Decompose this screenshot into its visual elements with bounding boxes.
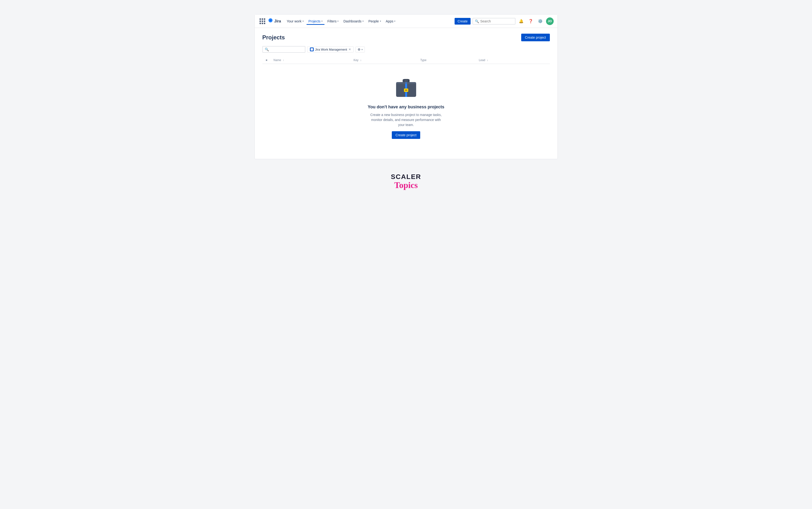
filter-settings-button[interactable]: ⚙ ▾ (356, 46, 365, 53)
nav-item-apps[interactable]: Apps ▾ (384, 18, 397, 25)
nav-item-your-work[interactable]: Your work ▾ (285, 18, 305, 25)
page-header: Projects Create project (262, 34, 550, 41)
user-avatar[interactable]: JO (546, 18, 554, 25)
settings-button[interactable]: ⚙️ (537, 18, 544, 25)
help-button[interactable]: ❓ (527, 18, 534, 25)
gear-icon: ⚙ (358, 48, 360, 51)
filter-tag-label: Jira Work Management (315, 48, 347, 51)
scaler-brand-subtitle: Topics (394, 180, 418, 191)
filters-row: 🔍 Jira Work Management ✕ ⚙ ▾ (262, 46, 550, 53)
briefcase-illustration (394, 78, 418, 100)
sort-icon-lead: ↕ (487, 59, 488, 62)
filter-tag-jira-work-management[interactable]: Jira Work Management ✕ (307, 46, 354, 53)
svg-rect-6 (396, 82, 416, 84)
filter-tag-remove-icon[interactable]: ✕ (349, 48, 351, 51)
svg-rect-5 (405, 90, 407, 91)
th-lead[interactable]: Lead ↕ (476, 57, 550, 64)
empty-state-description: Create a new business project to manage … (368, 112, 444, 128)
projects-table: ★ Name ↑ Key ↕ Type Lead ↕ (262, 57, 550, 64)
scaler-footer: SCALER Topics (391, 173, 421, 191)
search-input[interactable] (480, 19, 513, 23)
nav-item-wrapper-your-work: Your work ▾ (285, 18, 305, 25)
filter-tag-icon-inner (311, 48, 313, 50)
chevron-down-icon: ▾ (361, 48, 363, 51)
page-title: Projects (262, 34, 285, 41)
nav-item-wrapper-filters: Filters ▾ (325, 18, 340, 25)
table-header: ★ Name ↑ Key ↕ Type Lead ↕ (262, 57, 550, 64)
nav-item-filters[interactable]: Filters ▾ (325, 18, 340, 25)
nav-item-wrapper-people: People ▾ (366, 18, 383, 25)
nav-items: Your work ▾ Projects ▾ Filters ▾ Dashboa… (285, 18, 453, 25)
th-type: Type (417, 57, 476, 64)
empty-state-title: You don't have any business projects (368, 104, 444, 109)
filter-tag-icon (310, 47, 314, 51)
jira-logo[interactable]: Jira (268, 18, 281, 24)
jira-logo-text: Jira (274, 19, 281, 23)
th-star: ★ (262, 57, 271, 64)
empty-create-project-button[interactable]: Create project (392, 131, 420, 139)
th-key[interactable]: Key ↕ (351, 57, 418, 64)
sort-icon-name: ↑ (283, 59, 284, 62)
scaler-brand-title: SCALER (391, 173, 421, 180)
chevron-down-icon: ▾ (302, 20, 304, 23)
sort-icon-key: ↕ (360, 59, 361, 62)
chevron-down-icon: ▾ (380, 20, 381, 23)
notifications-button[interactable]: 🔔 (517, 18, 525, 25)
navbar: Jira Your work ▾ Projects ▾ Filters ▾ (255, 14, 557, 28)
th-name[interactable]: Name ↑ (271, 57, 351, 64)
nav-item-dashboards[interactable]: Dashboards ▾ (342, 18, 365, 25)
star-icon: ★ (265, 59, 268, 62)
search-box[interactable]: 🔍 (473, 18, 516, 25)
create-project-button[interactable]: Create project (521, 34, 550, 41)
grid-icon[interactable] (259, 18, 266, 25)
chevron-down-icon: ▾ (321, 20, 323, 23)
jira-logo-icon (268, 18, 273, 24)
help-icon: ❓ (528, 19, 533, 23)
search-icon: 🔍 (475, 19, 479, 23)
nav-create-button[interactable]: Create (455, 18, 470, 25)
chevron-down-icon: ▾ (362, 20, 364, 23)
nav-item-wrapper-dashboards: Dashboards ▾ (342, 18, 365, 25)
filter-search-box[interactable]: 🔍 (262, 46, 305, 53)
filter-search-icon: 🔍 (265, 47, 269, 51)
nav-item-people[interactable]: People ▾ (366, 18, 383, 25)
empty-state: You don't have any business projects Cre… (262, 64, 550, 153)
nav-right: 🔍 🔔 ❓ ⚙️ JO (473, 18, 554, 25)
gear-icon: ⚙️ (538, 19, 543, 23)
nav-item-wrapper-projects: Projects ▾ (306, 18, 325, 25)
chevron-down-icon: ▾ (394, 20, 395, 23)
nav-item-wrapper-apps: Apps ▾ (384, 18, 397, 25)
nav-item-projects[interactable]: Projects ▾ (306, 18, 325, 25)
main-content: Projects Create project 🔍 Jira Work Mana… (255, 28, 557, 159)
chevron-down-icon: ▾ (337, 20, 338, 23)
filter-search-input[interactable] (270, 47, 303, 51)
bell-icon: 🔔 (519, 19, 524, 23)
